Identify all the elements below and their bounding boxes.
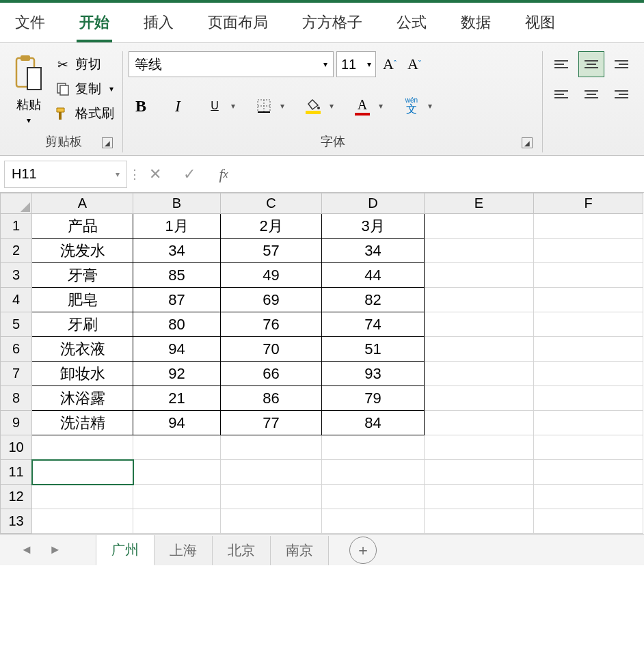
select-all-corner[interactable]: [1, 193, 32, 214]
menu-item-2[interactable]: 插入: [141, 8, 176, 42]
cell-C10[interactable]: [221, 435, 322, 460]
sheet-tab-2[interactable]: 北京: [213, 536, 271, 565]
cell-E12[interactable]: [425, 485, 534, 509]
cell-D7[interactable]: 93: [322, 362, 425, 386]
cell-E5[interactable]: [425, 312, 534, 337]
row-header-13[interactable]: 13: [1, 509, 32, 534]
cell-E8[interactable]: [425, 386, 534, 411]
cell-F4[interactable]: [534, 288, 643, 312]
cell-D13[interactable]: [322, 509, 425, 534]
row-header-2[interactable]: 2: [1, 239, 32, 263]
column-header-C[interactable]: C: [221, 193, 322, 214]
cell-D9[interactable]: 84: [322, 411, 425, 435]
format-painter-button[interactable]: 格式刷: [52, 103, 117, 124]
sheet-tab-3[interactable]: 南京: [271, 536, 329, 565]
font-name-select[interactable]: 等线 ▾: [129, 51, 334, 77]
cell-B7[interactable]: 92: [133, 362, 221, 386]
cell-E7[interactable]: [425, 362, 534, 386]
cell-C13[interactable]: [221, 509, 322, 534]
chevron-down-icon[interactable]: ▾: [375, 94, 387, 118]
cell-F10[interactable]: [534, 435, 643, 460]
cell-C4[interactable]: 69: [221, 288, 322, 312]
row-header-3[interactable]: 3: [1, 263, 32, 288]
sheet-nav-prev[interactable]: ◄: [21, 543, 33, 557]
cancel-formula-button[interactable]: ✕: [138, 161, 172, 188]
cell-C3[interactable]: 49: [221, 263, 322, 288]
cell-A7[interactable]: 卸妆水: [32, 362, 133, 386]
cell-E6[interactable]: [425, 337, 534, 362]
cell-E9[interactable]: [425, 411, 534, 435]
name-box[interactable]: H11 ▾: [4, 161, 127, 188]
row-header-5[interactable]: 5: [1, 312, 32, 337]
row-header-12[interactable]: 12: [1, 485, 32, 509]
insert-function-button[interactable]: fx: [206, 161, 241, 188]
cell-F6[interactable]: [534, 337, 643, 362]
row-header-8[interactable]: 8: [1, 386, 32, 411]
cell-E10[interactable]: [425, 435, 534, 460]
cell-A4[interactable]: 肥皂: [32, 288, 133, 312]
column-header-E[interactable]: E: [425, 193, 534, 214]
cell-C12[interactable]: [221, 485, 322, 509]
menu-item-3[interactable]: 页面布局: [205, 8, 271, 42]
cell-D5[interactable]: 74: [322, 312, 425, 337]
cell-D4[interactable]: 82: [322, 288, 425, 312]
align-left-button[interactable]: [548, 81, 574, 107]
cell-A1[interactable]: 产品: [32, 214, 133, 239]
cell-D6[interactable]: 51: [322, 337, 425, 362]
chevron-down-icon[interactable]: ▾: [227, 94, 239, 118]
cell-B11[interactable]: [133, 460, 221, 485]
menu-item-1[interactable]: 开始: [77, 8, 112, 42]
cell-C8[interactable]: 86: [221, 386, 322, 411]
cell-D12[interactable]: [322, 485, 425, 509]
cell-B1[interactable]: 1月: [133, 214, 221, 239]
cell-A10[interactable]: [32, 435, 133, 460]
chevron-down-icon[interactable]: ▾: [276, 94, 289, 118]
sheet-tab-0[interactable]: 广州: [96, 535, 155, 565]
sheet-nav-next[interactable]: ►: [49, 543, 62, 557]
cell-B9[interactable]: 94: [133, 411, 221, 435]
cell-F2[interactable]: [534, 239, 643, 263]
cell-A8[interactable]: 沐浴露: [32, 386, 133, 411]
cell-E2[interactable]: [425, 239, 534, 263]
cell-C6[interactable]: 70: [221, 337, 322, 362]
cell-C5[interactable]: 76: [221, 312, 322, 337]
cell-C11[interactable]: [221, 460, 322, 485]
cell-C2[interactable]: 57: [221, 239, 322, 263]
cell-B5[interactable]: 80: [133, 312, 221, 337]
row-header-10[interactable]: 10: [1, 435, 32, 460]
cell-F12[interactable]: [534, 485, 643, 509]
formula-input[interactable]: [241, 161, 644, 188]
font-size-select[interactable]: 11 ▾: [336, 51, 376, 77]
cell-B4[interactable]: 87: [133, 288, 221, 312]
cell-F13[interactable]: [534, 509, 643, 534]
cell-F8[interactable]: [534, 386, 643, 411]
column-header-B[interactable]: B: [133, 193, 221, 214]
align-top-right-button[interactable]: [608, 51, 634, 77]
sheet-tab-1[interactable]: 上海: [155, 536, 213, 565]
phonetic-button[interactable]: wén文 ▾: [399, 94, 436, 118]
cell-A9[interactable]: 洗洁精: [32, 411, 133, 435]
italic-button[interactable]: I: [165, 94, 190, 118]
cell-C1[interactable]: 2月: [221, 214, 322, 239]
cell-F5[interactable]: [534, 312, 643, 337]
chevron-down-icon[interactable]: ▾: [325, 94, 338, 118]
row-header-6[interactable]: 6: [1, 337, 32, 362]
cell-A11[interactable]: [32, 460, 133, 485]
row-header-4[interactable]: 4: [1, 288, 32, 312]
cell-F9[interactable]: [534, 411, 643, 435]
cell-A13[interactable]: [32, 509, 133, 534]
align-center-button[interactable]: [578, 81, 604, 107]
cell-A12[interactable]: [32, 485, 133, 509]
increase-font-button[interactable]: Aˆ: [379, 52, 401, 77]
cell-D11[interactable]: [322, 460, 425, 485]
cut-button[interactable]: ✂ 剪切: [52, 54, 117, 75]
align-right-button[interactable]: [608, 81, 634, 107]
menu-item-7[interactable]: 视图: [522, 8, 558, 42]
menu-item-4[interactable]: 方方格子: [299, 8, 365, 42]
cell-A2[interactable]: 洗发水: [32, 239, 133, 263]
menu-item-5[interactable]: 公式: [394, 8, 429, 42]
paste-button[interactable]: 粘贴 ▾: [10, 51, 48, 128]
cell-F1[interactable]: [534, 214, 643, 239]
cell-E1[interactable]: [425, 214, 534, 239]
cell-F11[interactable]: [534, 460, 643, 485]
